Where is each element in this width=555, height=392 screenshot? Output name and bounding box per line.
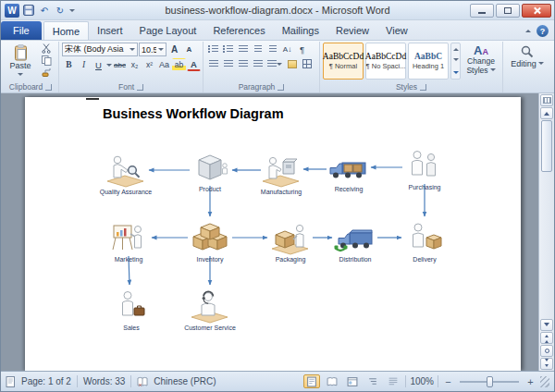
- ruler-toggle-button[interactable]: [540, 94, 553, 106]
- diagram-node-customer-service[interactable]: Customer Service: [188, 288, 232, 332]
- styles-gallery-scroll[interactable]: [450, 43, 461, 80]
- style-no-spacing[interactable]: AaBbCcDd ¶ No Spaci...: [365, 43, 406, 80]
- tab-mailings[interactable]: Mailings: [274, 21, 327, 40]
- sort-button[interactable]: A↓: [280, 43, 294, 55]
- minimize-button[interactable]: [470, 4, 494, 18]
- show-marks-button[interactable]: ¶: [295, 43, 309, 55]
- copy-button[interactable]: [37, 55, 56, 66]
- outline-view-button[interactable]: [364, 374, 381, 388]
- shading-button[interactable]: [285, 57, 299, 70]
- align-center-button[interactable]: [221, 57, 235, 70]
- scrollbar-thumb[interactable]: [541, 120, 552, 172]
- zoom-out-button[interactable]: −: [442, 375, 454, 387]
- diagram-node-delivery[interactable]: Delivery: [402, 219, 447, 263]
- styles-dialog-launcher-icon[interactable]: [420, 84, 426, 91]
- document-page[interactable]: Business Workflow Diagram Quality Assura…: [25, 97, 521, 371]
- tab-file[interactable]: File: [1, 21, 42, 40]
- maximize-button[interactable]: [496, 4, 520, 18]
- diagram-node-purchasing[interactable]: Purchasing: [402, 147, 447, 191]
- previous-page-button[interactable]: [540, 332, 553, 344]
- multilevel-list-button[interactable]: [236, 43, 250, 55]
- diagram-node-inventory[interactable]: Inventory: [188, 219, 232, 263]
- font-color-button[interactable]: A: [187, 58, 201, 71]
- diagram-node-distribution[interactable]: Distribution: [333, 219, 377, 263]
- bullets-button[interactable]: [206, 43, 220, 55]
- grow-font-button[interactable]: A: [167, 43, 181, 56]
- select-browse-object-button[interactable]: [540, 345, 553, 357]
- zoom-slider[interactable]: [460, 381, 519, 383]
- borders-button[interactable]: [300, 57, 314, 70]
- diagram-node-quality-assurance[interactable]: Quality Assurance: [104, 152, 148, 196]
- subscript-button[interactable]: x₂: [128, 58, 142, 71]
- font-size-combo[interactable]: 10.5: [139, 43, 166, 56]
- page-indicator[interactable]: Page: 1 of 2: [21, 376, 71, 386]
- full-screen-reading-view-button[interactable]: [324, 374, 340, 388]
- help-icon[interactable]: ?: [536, 25, 549, 37]
- style-normal[interactable]: AaBbCcDd ¶ Normal: [323, 43, 364, 80]
- diagram-node-receiving[interactable]: Receiving: [327, 149, 371, 193]
- repeat-icon[interactable]: ↻: [54, 4, 67, 17]
- close-button[interactable]: [522, 4, 551, 18]
- underline-caret-icon[interactable]: [106, 64, 112, 69]
- underline-button[interactable]: U: [92, 58, 105, 71]
- minimize-ribbon-icon[interactable]: [525, 27, 531, 32]
- scroll-up-button[interactable]: [540, 107, 553, 119]
- word-count[interactable]: Words: 33: [83, 376, 125, 386]
- language-indicator[interactable]: Chinese (PRC): [154, 376, 216, 386]
- diagram-node-sales[interactable]: Sales: [109, 288, 154, 332]
- tab-home[interactable]: Home: [43, 21, 89, 40]
- quick-access-caret-icon[interactable]: [69, 9, 75, 15]
- strikethrough-button[interactable]: abc: [113, 58, 127, 71]
- style-heading-1[interactable]: AaBbC Heading 1: [408, 43, 449, 80]
- tab-view[interactable]: View: [377, 21, 416, 40]
- shrink-font-button[interactable]: A: [182, 43, 196, 56]
- zoom-in-button[interactable]: +: [524, 375, 536, 387]
- change-case-button[interactable]: Aa: [157, 58, 171, 71]
- save-icon[interactable]: [22, 4, 35, 17]
- superscript-button[interactable]: x²: [142, 58, 156, 71]
- justify-button[interactable]: [251, 57, 265, 70]
- diagram-node-product[interactable]: Product: [188, 149, 232, 193]
- diagram-node-packaging[interactable]: Packaging: [268, 219, 313, 263]
- tab-review[interactable]: Review: [327, 21, 377, 40]
- vertical-scrollbar[interactable]: [538, 93, 554, 371]
- change-styles-button[interactable]: AA Change Styles: [462, 43, 500, 80]
- diagram-node-marketing[interactable]: Marketing: [106, 219, 151, 263]
- tab-page-layout[interactable]: Page Layout: [131, 21, 205, 40]
- align-right-button[interactable]: [236, 57, 250, 70]
- tab-references[interactable]: References: [204, 21, 273, 40]
- diagram-node-manufacturing[interactable]: Manufacturing: [259, 152, 303, 196]
- cut-button[interactable]: [37, 43, 56, 54]
- web-layout-view-button[interactable]: [344, 374, 361, 388]
- scroll-down-button[interactable]: [540, 319, 553, 331]
- decrease-indent-button[interactable]: [251, 43, 265, 55]
- paragraph-dialog-launcher-icon[interactable]: [278, 84, 284, 91]
- align-left-button[interactable]: [206, 57, 220, 70]
- resize-grip[interactable]: [540, 376, 549, 387]
- tab-insert[interactable]: Insert: [89, 21, 131, 40]
- format-painter-button[interactable]: [37, 67, 56, 78]
- italic-button[interactable]: I: [77, 58, 91, 71]
- word-logo-icon[interactable]: W: [5, 4, 19, 18]
- line-spacing-button[interactable]: [265, 57, 284, 70]
- numbering-button[interactable]: [221, 43, 235, 55]
- font-name-combo[interactable]: 宋体 (Body Asia: [62, 43, 138, 56]
- zoom-slider-thumb[interactable]: [487, 376, 493, 387]
- undo-icon[interactable]: ↶: [38, 4, 51, 17]
- zoom-level[interactable]: 100%: [410, 376, 434, 386]
- gallery-down-icon[interactable]: [453, 58, 459, 64]
- increase-indent-button[interactable]: [265, 43, 279, 55]
- statusbar-right: 100% − +: [303, 374, 549, 388]
- font-dialog-launcher-icon[interactable]: [137, 84, 143, 91]
- editing-dropdown-button[interactable]: Editing: [506, 43, 549, 68]
- next-page-button[interactable]: [540, 358, 553, 370]
- gallery-more-icon[interactable]: [453, 71, 459, 77]
- print-layout-view-button[interactable]: [303, 374, 320, 388]
- draft-view-button[interactable]: [385, 374, 401, 388]
- text-highlight-button[interactable]: ab: [172, 58, 186, 71]
- proofing-status-icon[interactable]: [137, 376, 148, 387]
- paste-button[interactable]: Paste: [6, 43, 35, 80]
- gallery-up-icon[interactable]: [453, 45, 459, 51]
- bold-button[interactable]: B: [62, 58, 76, 71]
- clipboard-dialog-launcher-icon[interactable]: [45, 84, 52, 91]
